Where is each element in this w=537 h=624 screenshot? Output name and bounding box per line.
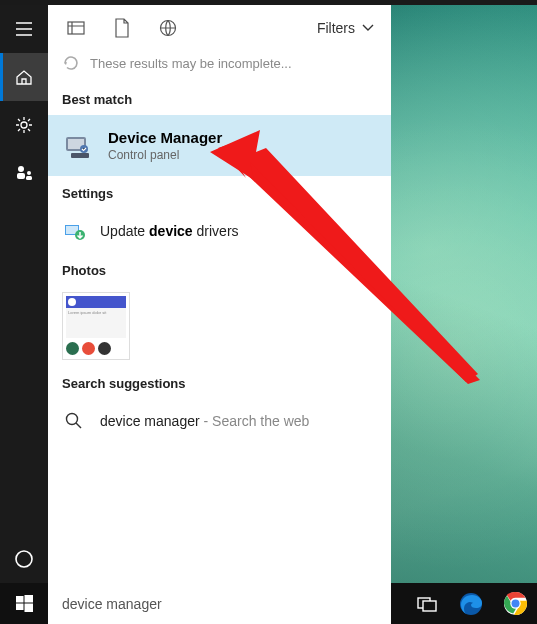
scope-documents-button[interactable] xyxy=(102,8,142,48)
chrome-icon xyxy=(503,591,528,616)
svg-rect-4 xyxy=(26,176,32,180)
update-drivers-icon xyxy=(62,219,86,243)
filters-dropdown[interactable]: Filters xyxy=(317,20,383,36)
suggestions-header: Search suggestions xyxy=(48,366,391,399)
apps-icon xyxy=(67,19,85,37)
taskbar: device manager xyxy=(0,583,537,624)
rail-home-button[interactable] xyxy=(0,53,48,101)
svg-point-5 xyxy=(16,551,32,567)
document-icon xyxy=(114,18,130,38)
rail-feedback-button[interactable] xyxy=(0,149,48,197)
svg-point-27 xyxy=(511,600,519,608)
chevron-down-icon xyxy=(361,23,375,33)
svg-rect-10 xyxy=(71,153,89,158)
chrome-browser-button[interactable] xyxy=(493,583,537,624)
incomplete-results-notice: These results may be incomplete... xyxy=(48,50,391,82)
panel-header: Filters xyxy=(48,5,391,50)
svg-point-3 xyxy=(27,171,31,175)
feedback-icon xyxy=(15,164,33,182)
best-match-subtitle: Control panel xyxy=(108,148,222,162)
svg-rect-19 xyxy=(24,595,33,603)
web-suggestion[interactable]: device manager - Search the web xyxy=(48,399,391,443)
svg-rect-23 xyxy=(423,601,436,611)
svg-point-0 xyxy=(21,122,27,128)
svg-rect-20 xyxy=(16,604,24,611)
settings-header: Settings xyxy=(48,176,391,209)
refresh-icon xyxy=(62,54,80,72)
edge-browser-button[interactable] xyxy=(449,583,493,624)
search-query-text: device manager xyxy=(62,596,162,612)
task-view-icon xyxy=(417,596,437,612)
svg-rect-18 xyxy=(16,596,24,603)
home-icon xyxy=(15,68,33,86)
rail-menu-button[interactable] xyxy=(0,5,48,53)
taskbar-search-box[interactable]: device manager xyxy=(48,583,391,624)
task-view-button[interactable] xyxy=(405,583,449,624)
globe-icon xyxy=(159,19,177,37)
suggestion-text: device manager - Search the web xyxy=(100,413,309,429)
search-icon xyxy=(62,409,86,433)
scope-apps-button[interactable] xyxy=(56,8,96,48)
settings-result-text: Update device drivers xyxy=(100,223,239,239)
hamburger-icon xyxy=(15,20,33,38)
rail-settings-button[interactable] xyxy=(0,101,48,149)
svg-rect-2 xyxy=(17,173,25,179)
cortana-left-rail xyxy=(0,5,48,583)
rail-cortana-button[interactable] xyxy=(0,535,48,583)
svg-point-15 xyxy=(67,414,78,425)
best-match-title: Device Manager xyxy=(108,129,222,146)
windows-logo-icon xyxy=(16,595,33,612)
filters-label: Filters xyxy=(317,20,355,36)
best-match-header: Best match xyxy=(48,82,391,115)
svg-point-1 xyxy=(18,166,24,172)
scope-web-button[interactable] xyxy=(148,8,188,48)
cortana-circle-icon xyxy=(14,549,34,569)
svg-rect-6 xyxy=(68,22,84,34)
start-button[interactable] xyxy=(0,583,48,624)
search-results-panel: Filters These results may be incomplete.… xyxy=(48,5,391,583)
best-match-result[interactable]: Device Manager Control panel xyxy=(48,115,391,176)
photos-result-thumb[interactable]: Lorem ipsum dolor sit xyxy=(62,292,130,360)
edge-icon xyxy=(458,591,484,617)
incomplete-text: These results may be incomplete... xyxy=(90,56,292,71)
settings-result[interactable]: Update device drivers xyxy=(48,209,391,253)
svg-rect-21 xyxy=(24,604,33,613)
device-manager-icon xyxy=(62,130,94,162)
gear-icon xyxy=(15,116,33,134)
photos-header: Photos xyxy=(48,253,391,286)
